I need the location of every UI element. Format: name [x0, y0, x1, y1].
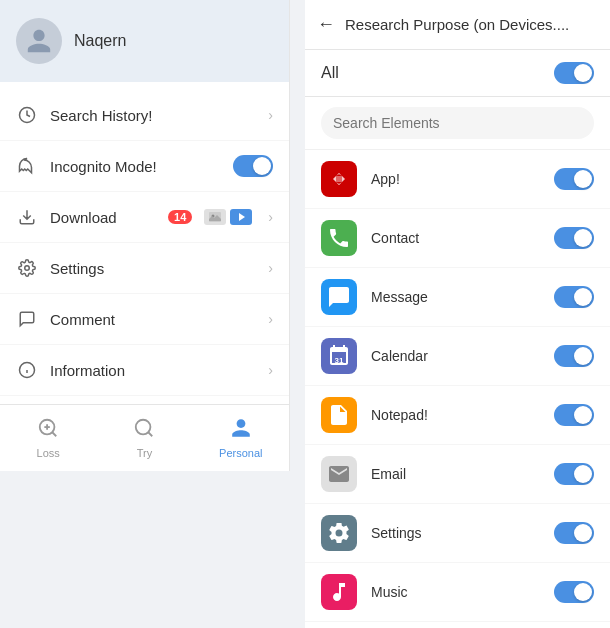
comment-icon [16, 308, 38, 330]
menu-item-settings[interactable]: Settings › [0, 243, 289, 294]
app-huawei-label: App! [371, 171, 540, 187]
app-item-message: Message [305, 268, 610, 327]
music-app-icon [321, 574, 357, 610]
app-music-toggle[interactable] [554, 581, 594, 603]
app-calendar-toggle[interactable] [554, 345, 594, 367]
svg-line-10 [52, 432, 56, 436]
information-arrow: › [268, 362, 273, 378]
app-huawei-toggle[interactable] [554, 168, 594, 190]
notepad-app-icon [321, 397, 357, 433]
app-item-music: Music [305, 563, 610, 622]
settings-arrow: › [268, 260, 273, 276]
email-app-icon [321, 456, 357, 492]
app-item-huawei: App! [305, 150, 610, 209]
message-app-icon [321, 279, 357, 315]
nav-item-personal[interactable]: Personal [193, 413, 289, 463]
loss-icon [37, 417, 59, 444]
clock-icon [16, 104, 38, 126]
menu-item-information[interactable]: Information › [0, 345, 289, 396]
menu-item-comment[interactable]: Comment › [0, 294, 289, 345]
menu-list: Search History! › Incognito Mode! [0, 82, 289, 404]
search-history-label: Search History! [50, 107, 256, 124]
right-panel: ← Research Purpose (on Devices.... All A… [305, 0, 610, 628]
photo-dl-icon [204, 209, 226, 225]
bottom-nav: Loss Try Personal [0, 404, 289, 471]
app-item-notepad: Notepad! [305, 386, 610, 445]
all-label: All [321, 64, 339, 82]
app-calendar-label: Calendar [371, 348, 540, 364]
all-toggle-row: All [305, 50, 610, 97]
search-input[interactable] [321, 107, 594, 139]
menu-item-incognito[interactable]: Incognito Mode! [0, 141, 289, 192]
svg-text:31: 31 [335, 356, 344, 365]
app-notepad-label: Notepad! [371, 407, 540, 423]
svg-point-13 [136, 420, 151, 435]
all-toggle[interactable] [554, 62, 594, 84]
ghost-icon [16, 155, 38, 177]
profile-section: Naqern [0, 0, 289, 82]
menu-item-download[interactable]: Download 14 › [0, 192, 289, 243]
download-label: Download [50, 209, 156, 226]
huawei-app-icon [321, 161, 357, 197]
calendar-app-icon: 31 [321, 338, 357, 374]
right-header: ← Research Purpose (on Devices.... [305, 0, 610, 50]
settings-icon [16, 257, 38, 279]
username-label: Naqern [74, 32, 126, 50]
app-item-settings-app: Settings [305, 504, 610, 563]
comment-label: Comment [50, 311, 256, 328]
app-message-toggle[interactable] [554, 286, 594, 308]
svg-point-5 [25, 266, 30, 271]
nav-item-try[interactable]: Try [96, 413, 192, 463]
nav-personal-label: Personal [219, 447, 262, 459]
download-arrow: › [268, 209, 273, 225]
download-badge: 14 [168, 210, 192, 224]
nav-try-label: Try [137, 447, 152, 459]
try-icon [133, 417, 155, 444]
apps-list: App! Contact Message [305, 150, 610, 628]
nav-item-loss[interactable]: Loss [0, 413, 96, 463]
right-panel-title: Research Purpose (on Devices.... [345, 16, 598, 33]
download-icon [16, 206, 38, 228]
incognito-toggle[interactable] [233, 155, 273, 177]
nav-loss-label: Loss [37, 447, 60, 459]
app-item-email: Email [305, 445, 610, 504]
comment-arrow: › [268, 311, 273, 327]
app-email-label: Email [371, 466, 540, 482]
app-settings-toggle[interactable] [554, 522, 594, 544]
search-bar [305, 97, 610, 150]
incognito-label: Incognito Mode! [50, 158, 221, 175]
search-history-arrow: › [268, 107, 273, 123]
contact-app-icon [321, 220, 357, 256]
avatar [16, 18, 62, 64]
app-contact-label: Contact [371, 230, 540, 246]
video-dl-icon [230, 209, 252, 225]
app-email-toggle[interactable] [554, 463, 594, 485]
settings-label: Settings [50, 260, 256, 277]
person-icon [25, 27, 53, 55]
back-button[interactable]: ← [317, 14, 335, 35]
svg-line-14 [149, 432, 153, 436]
personal-icon [230, 417, 252, 444]
app-notepad-toggle[interactable] [554, 404, 594, 426]
app-settings-label: Settings [371, 525, 540, 541]
information-label: Information [50, 362, 256, 379]
app-item-contact: Contact [305, 209, 610, 268]
app-message-label: Message [371, 289, 540, 305]
app-contact-toggle[interactable] [554, 227, 594, 249]
info-icon [16, 359, 38, 381]
app-music-label: Music [371, 584, 540, 600]
settings-app-icon [321, 515, 357, 551]
app-item-calendar: 31 Calendar [305, 327, 610, 386]
download-type-icons [204, 209, 252, 225]
menu-item-search-history[interactable]: Search History! › [0, 90, 289, 141]
